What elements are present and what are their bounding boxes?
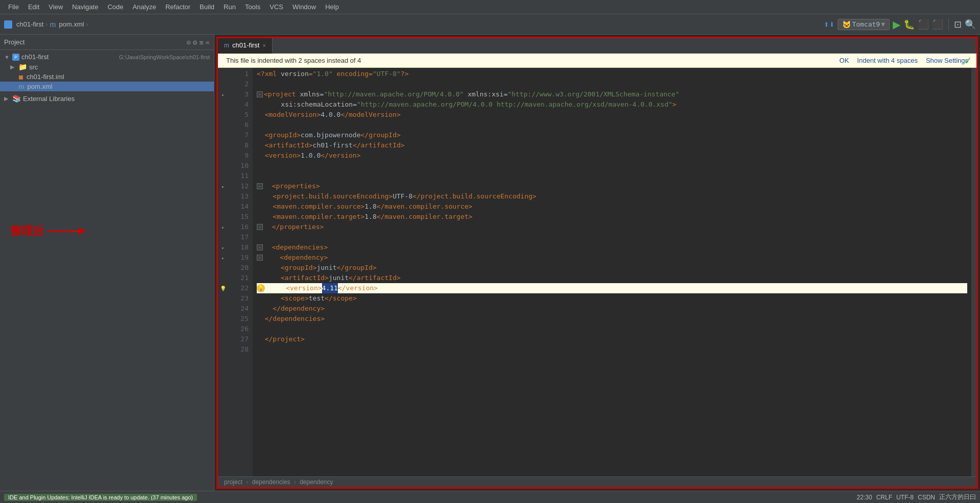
tab-close-button[interactable]: × — [262, 42, 265, 48]
gutter-17 — [218, 232, 228, 242]
tab-icon: m — [224, 42, 229, 49]
sidebar-icons: ⊙ ⚙ ≡ « — [186, 38, 210, 46]
ln-10: 10 — [232, 161, 249, 171]
menu-tools[interactable]: Tools — [241, 2, 264, 12]
attr-xmlns: xmlns — [296, 89, 320, 99]
fold-19[interactable]: - — [257, 255, 263, 261]
code-content[interactable]: <?xml version="1.0" encoding="UTF-8"?> -… — [253, 68, 971, 476]
tree-root-path: G:\Java\SpringWorkSpace\ch01-first — [119, 54, 210, 60]
ln-5: 5 — [232, 110, 249, 120]
menu-help[interactable]: Help — [321, 2, 343, 12]
sidebar-icon-gear[interactable]: ≡ — [199, 38, 203, 46]
update-badge[interactable]: IDE and Plugin Updates: IntelliJ IDEA is… — [4, 494, 197, 501]
gutter-24 — [218, 304, 228, 314]
editor-area: m ch01-first × This file is indented wit… — [216, 37, 978, 489]
path-bar: project › dependencies › dependency — [218, 476, 976, 487]
ln-26: 26 — [232, 324, 249, 334]
project-folder-icon: P — [12, 54, 19, 61]
path-dependency: dependency — [300, 479, 333, 486]
ln-12: 12 — [232, 181, 249, 191]
code-line-16: - </properties> — [257, 222, 967, 232]
attr-xmlns-xsi: xmlns:xsi — [463, 89, 503, 99]
expand-button[interactable]: ⊡ — [954, 19, 962, 30]
notification-checkmark[interactable]: ✓ — [964, 55, 972, 67]
notification-message: This file is indented with 2 spaces inst… — [226, 57, 361, 64]
tree-arrow-src: ▶ — [10, 64, 16, 70]
pi-attr-enc: encoding — [333, 69, 369, 79]
menu-file[interactable]: File — [4, 2, 23, 12]
pom-icon: m — [50, 20, 56, 29]
menu-view[interactable]: View — [44, 2, 67, 12]
tag-modelver2: modelVersion — [349, 110, 397, 120]
menu-build[interactable]: Build — [195, 2, 218, 12]
gutter-3: ▸ — [218, 89, 228, 99]
sidebar-icon-settings[interactable]: ⚙ — [193, 38, 197, 46]
ln-15: 15 — [232, 212, 249, 222]
main-layout: Project ⊙ ⚙ ≡ « ▼ P ch01-first G:\Java\S… — [0, 35, 980, 491]
fold-18[interactable]: - — [257, 244, 263, 250]
tree-pom-label: pom.xml — [28, 83, 210, 90]
menu-vcs[interactable]: VCS — [265, 2, 287, 12]
pi-tag: <?xml — [257, 69, 281, 79]
menu-bar: File Edit View Navigate Code Analyze Ref… — [0, 0, 980, 14]
menu-window[interactable]: Window — [288, 2, 320, 12]
path-project: project — [224, 479, 242, 486]
tab-ch01-first[interactable]: m ch01-first × — [218, 38, 273, 54]
run-button[interactable]: ▶ — [893, 18, 900, 31]
fold-16[interactable]: - — [257, 224, 263, 230]
line-numbers: 1 2 3 4 5 6 7 8 9 10 11 12 13 14 15 16 1… — [228, 68, 253, 476]
ln-3: 3 — [232, 89, 249, 99]
bracket-5b: > — [316, 110, 321, 120]
coverage-button[interactable]: ⬛ — [918, 19, 929, 30]
sidebar-icon-scope[interactable]: ⊙ — [186, 38, 190, 46]
indent-7 — [257, 130, 265, 140]
notification-settings-button[interactable]: Show Settings — [926, 57, 968, 64]
editor-scrollbar[interactable] — [971, 68, 976, 476]
tree-external[interactable]: ▶ 📚 External Libraries — [0, 93, 214, 104]
tree-iml[interactable]: ▶ ◼ ch01-first.iml — [0, 72, 214, 82]
notification-bar: This file is indented with 2 spaces inst… — [218, 54, 976, 68]
ln-23: 23 — [232, 293, 249, 304]
menu-refactor[interactable]: Refactor — [161, 2, 194, 12]
menu-analyze[interactable]: Analyze — [129, 2, 160, 12]
stop-button[interactable]: ⬛ — [932, 19, 943, 30]
tree-src[interactable]: ▶ 📁 src — [0, 62, 214, 72]
menu-code[interactable]: Code — [104, 2, 128, 12]
breadcrumb-file[interactable]: pom.xml — [59, 20, 84, 28]
debug-button[interactable]: 🐛 — [903, 19, 915, 30]
indent-4 — [265, 99, 281, 110]
breadcrumb: ch01-first › m pom.xml › — [4, 20, 822, 29]
tree-pom[interactable]: ▶ m pom.xml — [0, 82, 214, 91]
code-line-13: <project.build.sourceEncoding>UTF-8</pro… — [257, 191, 967, 202]
gutter-21 — [218, 273, 228, 283]
fold-12[interactable]: - — [257, 183, 263, 189]
gutter-18: ▸ — [218, 242, 228, 253]
ln-8: 8 — [232, 140, 249, 150]
notification-ok-button[interactable]: OK — [840, 57, 849, 64]
gutter-15 — [218, 212, 228, 222]
tree-root[interactable]: ▼ P ch01-first G:\Java\SpringWorkSpace\c… — [0, 52, 214, 62]
status-encoding[interactable]: CRLF — [876, 494, 892, 501]
status-charset[interactable]: UTF-8 — [896, 494, 914, 501]
ln-13: 13 — [232, 191, 249, 202]
toolbar-divider — [948, 18, 949, 31]
menu-run[interactable]: Run — [219, 2, 240, 12]
menu-navigate[interactable]: Navigate — [68, 2, 102, 12]
val-xmlns: "http://maven.apache.org/POM/4.0.0" — [324, 89, 463, 99]
search-button[interactable]: 🔍 — [965, 19, 976, 30]
bracket-5c: </ — [340, 110, 349, 120]
menu-edit[interactable]: Edit — [24, 2, 43, 12]
gutter-6 — [218, 120, 228, 130]
bracket-3a: < — [264, 89, 268, 99]
project-tree: ▼ P ch01-first G:\Java\SpringWorkSpace\c… — [0, 50, 214, 491]
code-line-9: <version>1.0.0</version> — [257, 150, 967, 161]
status-left: IDE and Plugin Updates: IntelliJ IDEA is… — [4, 494, 197, 501]
code-editor[interactable]: ▸ ▸ ▸ ▸ ▸ 💡 — [218, 68, 976, 476]
breadcrumb-project[interactable]: ch01-first — [16, 20, 43, 28]
hint-icon-22[interactable]: 💡 — [257, 284, 265, 292]
notification-indent-button[interactable]: Indent with 4 spaces — [857, 57, 918, 64]
tomcat-selector[interactable]: 🐱 Tomcat9 ▼ — [838, 19, 890, 30]
sidebar-icon-collapse[interactable]: « — [206, 38, 210, 46]
fold-3[interactable]: - — [257, 91, 263, 97]
status-csdn: CSDN — [918, 494, 935, 501]
